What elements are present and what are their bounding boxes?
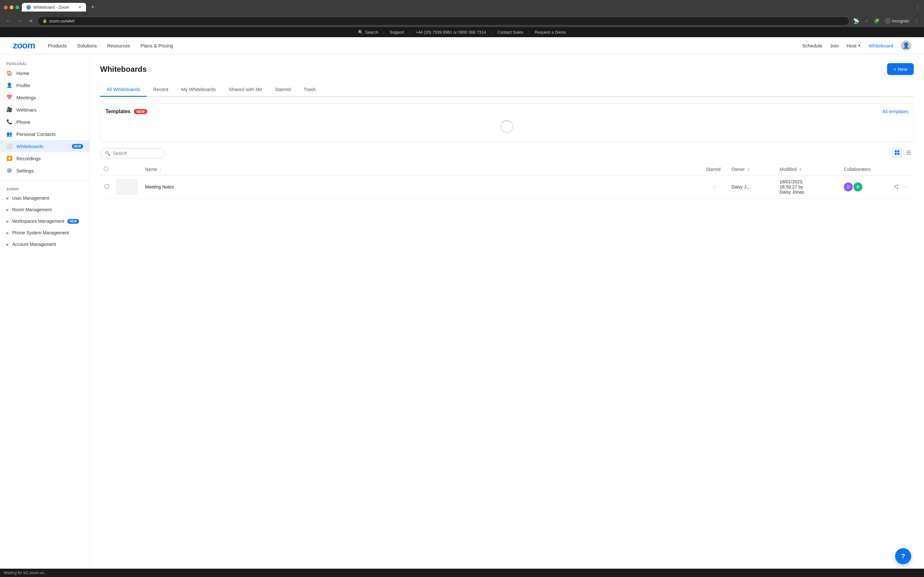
sidebar-item-phone[interactable]: 📞 Phone — [0, 116, 89, 128]
star-button[interactable]: ☆ — [712, 184, 717, 190]
sidebar-item-recordings[interactable]: ⏺️ Recordings — [0, 152, 89, 164]
whiteboards-new-badge: NEW — [72, 144, 83, 149]
share-button[interactable] — [892, 183, 900, 191]
row-checkbox-cell — [100, 175, 113, 199]
sidebar-whiteboards-label: Whiteboards — [16, 143, 68, 149]
svg-rect-6 — [906, 154, 911, 155]
tab-close-button[interactable]: ✕ — [78, 5, 81, 10]
svg-rect-1 — [897, 150, 899, 152]
fullscreen-dot[interactable] — [15, 5, 19, 9]
browser-menu-button[interactable]: ⋮ — [915, 4, 920, 10]
top-search-label: Search — [365, 30, 378, 35]
owner-sort-button[interactable]: Owner ∨ — [732, 167, 772, 172]
more-options-button[interactable]: ··· — [901, 183, 909, 191]
address-bar[interactable]: 🔒 zoom.us/wb#/ — [37, 17, 849, 25]
tab-all-whiteboards[interactable]: All Whiteboards — [100, 83, 147, 97]
close-dot[interactable] — [4, 5, 8, 9]
contact-sales-link[interactable]: Contact Sales — [497, 30, 523, 35]
extension-icon[interactable]: 🧩 — [873, 17, 881, 25]
sidebar-item-phone-system-management[interactable]: ▶ Phone System Management — [0, 227, 89, 239]
divider-3: | — [491, 30, 492, 35]
tab-trash[interactable]: Trash — [297, 83, 322, 97]
status-bar: Waiting for st1.zoom.us... — [0, 569, 924, 574]
minimize-dot[interactable] — [10, 5, 13, 9]
page-header: Whiteboards + New — [100, 63, 914, 75]
sidebar-item-webinars[interactable]: 🎥 Webinars — [0, 103, 89, 116]
row-owner-cell: Daisy J... — [728, 175, 776, 199]
list-icon — [906, 150, 911, 155]
nav-host[interactable]: Host ▼ — [846, 43, 861, 48]
reload-button[interactable]: ✕ — [27, 17, 35, 25]
svg-line-10 — [895, 185, 897, 186]
sidebar-item-personal-contacts[interactable]: 👥 Personal Contacts — [0, 128, 89, 140]
cast-icon[interactable]: 📡 — [852, 17, 861, 25]
select-all-checkbox[interactable] — [104, 167, 108, 171]
new-tab-button[interactable]: + — [89, 3, 97, 12]
grid-view-button[interactable] — [892, 148, 902, 158]
incognito-label: Incognito — [892, 19, 909, 23]
modified-sort-button[interactable]: Modified ∨ — [780, 167, 836, 172]
help-fab[interactable]: ? — [895, 548, 911, 564]
sidebar-profile-label: Profile — [16, 83, 83, 88]
table-row: Meeting Notes ☆ Daisy J... 18/01/2023, 1… — [100, 175, 914, 199]
row-checkbox[interactable] — [105, 184, 109, 189]
modified-by: Daisy Jonas — [780, 189, 836, 195]
nav-whiteboard[interactable]: Whiteboard — [869, 43, 893, 48]
more-button[interactable]: ⋮ — [913, 17, 920, 25]
top-search-button[interactable]: 🔍 Search — [358, 30, 378, 35]
nav-join[interactable]: Join — [830, 43, 839, 48]
user-avatar[interactable]: 👤 — [901, 40, 911, 51]
nav-host-label: Host — [846, 43, 857, 48]
back-button[interactable]: ← — [4, 17, 13, 25]
tab-starred[interactable]: Starred — [268, 83, 297, 97]
nav-plans-pricing[interactable]: Plans & Pricing — [141, 43, 173, 48]
collaborator-initial-r: R — [857, 185, 859, 189]
header-actions — [888, 163, 914, 175]
sidebar-item-whiteboards[interactable]: ⬜ Whiteboards NEW — [0, 140, 89, 152]
request-demo-link[interactable]: Request a Demo — [535, 30, 566, 35]
sidebar-recordings-label: Recordings — [16, 156, 83, 161]
nav-solutions[interactable]: Solutions — [77, 43, 97, 48]
forward-button[interactable]: → — [15, 17, 24, 25]
profile-icon: 👤 — [6, 82, 13, 88]
tab-my-whiteboards[interactable]: My Whiteboards — [175, 83, 222, 97]
nav-schedule[interactable]: Schedule — [802, 43, 822, 48]
support-link[interactable]: Support — [389, 30, 404, 35]
browser-tab[interactable]: Whiteboard - Zoom ✕ — [22, 3, 86, 11]
sidebar-item-account-management[interactable]: ▶ Account Management — [0, 239, 89, 250]
nav-products[interactable]: Products — [48, 43, 67, 48]
sidebar-item-settings[interactable]: ⚙️ Settings — [0, 164, 89, 177]
sidebar-item-user-management[interactable]: ▶ User Management — [0, 192, 89, 204]
bookmark-icon[interactable]: ☆ — [863, 17, 870, 25]
nav-resources[interactable]: Resources — [107, 43, 130, 48]
whiteboard-name[interactable]: Meeting Notes — [145, 184, 174, 189]
grid-icon — [895, 150, 900, 155]
browser-dots — [4, 5, 19, 9]
sidebar-item-profile[interactable]: 👤 Profile — [0, 79, 89, 91]
new-whiteboard-button[interactable]: + New — [887, 63, 914, 75]
browser-toolbar: ← → ✕ 🔒 zoom.us/wb#/ 📡 ☆ 🧩 Incognito ⋮ — [0, 15, 924, 27]
search-icon: 🔍 — [105, 151, 110, 156]
svg-point-7 — [897, 184, 898, 185]
name-column-label: Name — [145, 167, 157, 172]
name-sort-button[interactable]: Name ↓ — [145, 167, 698, 172]
tab-recent[interactable]: Recent — [147, 83, 175, 97]
main-content: Whiteboards + New All Whiteboards Recent… — [90, 54, 924, 574]
list-view-button[interactable] — [903, 148, 914, 158]
table-body: Meeting Notes ☆ Daisy J... 18/01/2023, 1… — [100, 175, 914, 199]
sidebar-item-room-management[interactable]: ▶ Room Management — [0, 204, 89, 215]
thumbnail-placeholder — [117, 179, 137, 195]
modified-date: 18/01/2023, — [780, 179, 836, 184]
svg-rect-5 — [906, 152, 911, 153]
sidebar-item-meetings[interactable]: 📅 Meetings — [0, 91, 89, 103]
sidebar-workspaces-label: Workspaces Management — [12, 219, 64, 224]
svg-rect-0 — [895, 150, 897, 152]
profile-icon[interactable]: Incognito — [883, 16, 911, 25]
tab-shared-with-me[interactable]: Shared with Me — [222, 83, 268, 97]
sidebar-item-home[interactable]: 🏠 Home — [0, 67, 89, 79]
all-templates-link[interactable]: All templates — [883, 109, 908, 114]
url-text: zoom.us/wb#/ — [49, 19, 75, 23]
search-input[interactable] — [113, 151, 160, 156]
zoom-logo[interactable]: zoom — [13, 40, 35, 51]
sidebar-item-workspaces-management[interactable]: ▶ Workspaces Management NEW — [0, 215, 89, 227]
